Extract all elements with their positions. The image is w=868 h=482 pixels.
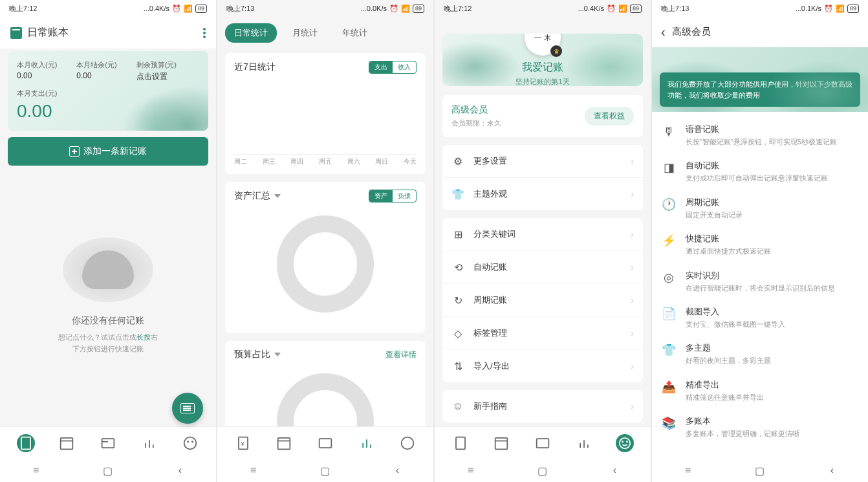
feature-quick[interactable]: ⚡快捷记账通过桌面快捷方式极速记账 xyxy=(661,226,859,263)
svg-point-18 xyxy=(402,437,414,449)
username: 我爱记账 xyxy=(450,61,635,74)
donut-chart xyxy=(277,215,374,312)
nav-ledger-icon[interactable] xyxy=(451,434,470,452)
svg-point-9 xyxy=(192,441,193,442)
status-time: 晚上7:13 xyxy=(226,4,254,14)
nav-mine-icon[interactable] xyxy=(398,434,417,452)
balance-label: 本月结余(元) xyxy=(76,60,116,70)
view-detail-link[interactable]: 查看详情 xyxy=(385,349,417,360)
system-nav: ≡ ▢ ‹ xyxy=(652,459,868,482)
sys-menu-icon[interactable]: ≡ xyxy=(465,465,477,476)
avatar[interactable]: 一 木 ♛ xyxy=(525,34,561,56)
nav-ledger-icon[interactable] xyxy=(17,434,35,452)
nav-stats-icon[interactable] xyxy=(575,434,593,452)
row-import-export[interactable]: ⇅ 导入/导出 › xyxy=(442,350,643,382)
screen-home: 晚上7:12 ...0.4K/s ⏰ 📶 89 日常账本 本月收入(元) 0.0… xyxy=(0,0,216,482)
row-guide[interactable]: ☺ 新手指南 › xyxy=(442,390,643,422)
row-tag[interactable]: ◇ 标签管理 › xyxy=(442,317,643,350)
feat-title: 精准导出 xyxy=(686,379,859,391)
vip-expiry: 会员期限：永久 xyxy=(451,118,585,128)
row-auto[interactable]: ⟲ 自动记账 › xyxy=(442,251,643,284)
toggle-income[interactable]: 收入 xyxy=(393,61,416,73)
fab-quick-record-button[interactable] xyxy=(172,393,203,424)
sys-home-icon[interactable]: ▢ xyxy=(102,465,114,476)
status-right: ...0.4K/s ⏰ 📶 89 xyxy=(144,5,207,13)
nav-asset-icon[interactable] xyxy=(534,434,552,452)
view-benefits-button[interactable]: 查看权益 xyxy=(585,107,634,126)
sys-menu-icon[interactable]: ≡ xyxy=(682,465,694,476)
nav-ledger-icon[interactable]: ¥ xyxy=(234,434,252,452)
sys-home-icon[interactable]: ▢ xyxy=(537,465,548,476)
feat-desc: 支付成功后即可自动弹出记账悬浮窗快速记账 xyxy=(686,173,859,183)
row-category[interactable]: ⊞ 分类关键词 › xyxy=(442,218,643,251)
tab-yearly[interactable]: 年统计 xyxy=(333,23,376,43)
feature-theme[interactable]: 👕多主题好看的夜间主题，多彩主题 xyxy=(661,336,859,372)
profile-card[interactable]: 一 木 ♛ 我爱记账 坚持记账的第1天 xyxy=(442,34,643,86)
wifi-icon: 📶 xyxy=(184,5,193,13)
vip-card[interactable]: 高级会员 会员期限：永久 查看权益 xyxy=(442,95,643,137)
empty-state: 你还没有任何记账 想记点什么？试试点击或长按右 下方按钮进行快速记账 xyxy=(0,166,216,426)
sys-back-icon[interactable]: ‹ xyxy=(826,465,838,476)
sys-home-icon[interactable]: ▢ xyxy=(754,465,766,476)
feat-title: 周期记账 xyxy=(686,197,859,208)
budget-value[interactable]: 点击设置 xyxy=(136,71,177,82)
feature-screenshot[interactable]: 📄截图导入支付宝、微信账单截图一键导入 xyxy=(661,300,859,336)
row-label: 主题外观 xyxy=(473,188,631,200)
row-more-settings[interactable]: ⚙ 更多设置 › xyxy=(442,145,643,178)
row-theme[interactable]: 👕 主题外观 › xyxy=(442,178,643,210)
sys-menu-icon[interactable]: ≡ xyxy=(30,465,42,476)
sys-back-icon[interactable]: ‹ xyxy=(391,465,403,476)
gear-icon: ⚙ xyxy=(451,155,464,168)
empty-text-a: 想记点什么？试试点击或 xyxy=(58,333,136,341)
period-tabs: 日常统计 月统计 年统计 xyxy=(217,17,433,49)
file-icon: 📄 xyxy=(661,306,677,322)
vip-sub-value: 永久 xyxy=(487,119,501,127)
sys-home-icon[interactable]: ▢ xyxy=(320,465,331,476)
toggle-expense[interactable]: 支出 xyxy=(369,61,393,73)
feat-title: 快捷记账 xyxy=(686,233,859,245)
feat-title: 截图导入 xyxy=(686,306,859,318)
feature-realtime[interactable]: ◎实时识别在进行智能记账时，将会实时显示识别后的信息 xyxy=(661,263,859,300)
feat-desc: 在进行智能记账时，将会实时显示识别后的信息 xyxy=(686,283,859,293)
row-period[interactable]: ↻ 周期记账 › xyxy=(442,284,643,317)
screen-mine: 晚上7:12 ...0.4K/s ⏰ 📶 89 一 木 ♛ 我爱记账 坚持记账的… xyxy=(435,0,651,482)
nav-asset-icon[interactable] xyxy=(316,434,334,452)
feat-desc: 支付宝、微信账单截图一键导入 xyxy=(686,320,859,329)
ledger-title[interactable]: 日常账本 xyxy=(27,26,203,39)
feature-export[interactable]: 📤精准导出精准筛选任意账单并导出 xyxy=(661,373,859,409)
nav-calendar-icon[interactable] xyxy=(58,434,76,452)
sys-back-icon[interactable]: ‹ xyxy=(609,465,620,476)
x-axis: 周二 周三 周四 周五 周六 周日 今天 xyxy=(234,154,417,166)
svg-rect-22 xyxy=(537,439,549,448)
toggle-asset-btn[interactable]: 资产 xyxy=(369,190,393,202)
tab-daily[interactable]: 日常统计 xyxy=(225,23,277,43)
page-title: 高级会员 xyxy=(672,26,711,38)
summary-card[interactable]: 本月收入(元) 0.00 本月结余(元) 0.00 剩余预算(元) 点击设置 本… xyxy=(8,51,208,131)
add-record-button[interactable]: 添加一条新记账 xyxy=(8,137,208,166)
more-icon[interactable] xyxy=(203,28,206,38)
sys-back-icon[interactable]: ‹ xyxy=(174,465,186,476)
feature-auto[interactable]: ◨自动记账支付成功后即可自动弹出记账悬浮窗快速记账 xyxy=(661,153,859,190)
sys-menu-icon[interactable]: ≡ xyxy=(248,465,259,476)
status-right: ...0.1K/s ⏰ 📶 89 xyxy=(796,5,859,13)
card-title[interactable]: 资产汇总 xyxy=(234,190,270,202)
tag-icon: ◇ xyxy=(451,327,464,340)
nav-calendar-icon[interactable] xyxy=(492,434,510,452)
nav-calendar-icon[interactable] xyxy=(275,434,293,452)
feature-period[interactable]: 🕐周期记账固定开支自动记录 xyxy=(661,190,859,226)
nav-asset-icon[interactable] xyxy=(99,434,117,452)
export-icon: 📤 xyxy=(661,379,677,395)
toggle-debt-btn[interactable]: 负债 xyxy=(393,190,416,202)
row-label: 更多设置 xyxy=(473,155,631,167)
feature-multibook[interactable]: 📚多账本多套账本，管理更明确，记账更清晰 xyxy=(661,409,859,445)
card-title[interactable]: 预算占比 xyxy=(234,349,270,360)
auto-icon: ⟲ xyxy=(451,261,464,274)
back-icon[interactable]: ‹ xyxy=(661,25,666,39)
nav-mine-icon[interactable] xyxy=(181,434,199,452)
nav-stats-icon[interactable] xyxy=(358,434,376,452)
nav-mine-icon[interactable] xyxy=(616,434,634,452)
feature-voice[interactable]: 🎙语音记账长按"智能记账"悬浮按钮，即可实现5秒极速记账 xyxy=(661,117,859,153)
add-icon xyxy=(69,146,80,157)
nav-stats-icon[interactable] xyxy=(140,434,158,452)
tab-monthly[interactable]: 月统计 xyxy=(283,23,327,43)
